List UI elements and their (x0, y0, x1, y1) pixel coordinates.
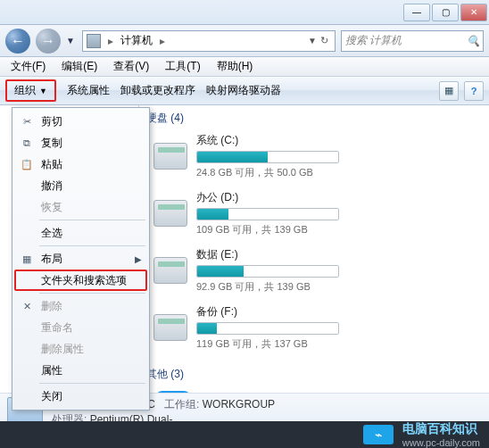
drive-item-e[interactable]: 数据 (E:) 92.9 GB 可用，共 139 GB (153, 247, 484, 294)
breadcrumb-sep-icon-2[interactable]: ▸ (156, 35, 169, 47)
system-properties-button[interactable]: 系统属性 (67, 83, 110, 98)
menu-paste[interactable]: 📋粘贴 (14, 153, 147, 175)
menu-label: 恢复 (41, 200, 62, 215)
menu-folder-options[interactable]: 文件夹和搜索选项 (14, 270, 147, 291)
menu-label: 删除属性 (41, 342, 84, 357)
menu-redo: 恢复 (14, 196, 147, 218)
drive-info: 办公 (D:) 109 GB 可用，共 139 GB (196, 190, 484, 236)
group-header-hdd[interactable]: 硬盘 (4) (145, 105, 484, 129)
menu-layout[interactable]: ▦布局▶ (14, 248, 147, 270)
menu-separator (39, 220, 145, 220)
group-header-other[interactable]: 其他 (3) (145, 361, 484, 386)
watermark-logo-icon: ⌁ (363, 425, 394, 444)
menu-view[interactable]: 查看(V) (106, 57, 156, 76)
forward-button[interactable]: → (36, 29, 61, 54)
watermark-title: 电脑百科知识 (402, 421, 480, 437)
close-menu-icon (20, 389, 34, 403)
menu-close[interactable]: 关闭 (14, 386, 147, 407)
map-drive-button[interactable]: 映射网络驱动器 (206, 83, 281, 98)
breadcrumb-sep-icon: ▸ (104, 35, 117, 47)
minimize-button[interactable]: — (403, 4, 430, 21)
search-placeholder: 搜索 计算机 (345, 33, 402, 48)
back-button[interactable]: ← (5, 29, 30, 54)
command-bar: 组织 ▼ 系统属性 卸载或更改程序 映射网络驱动器 ▦ ? (0, 77, 489, 105)
rename-icon (20, 320, 34, 335)
menu-cut[interactable]: ✂剪切 (14, 111, 147, 132)
menu-copy[interactable]: ⧉复制 (14, 132, 147, 153)
organize-button[interactable]: 组织 ▼ (5, 79, 56, 102)
usage-bar (196, 151, 339, 163)
menu-label: 文件夹和搜索选项 (41, 273, 127, 288)
menu-separator (39, 383, 145, 384)
menu-select-all[interactable]: 全选 (14, 222, 147, 244)
search-input[interactable]: 搜索 计算机 🔍 (341, 30, 484, 52)
drive-item-c[interactable]: 系统 (C:) 24.8 GB 可用，共 50.0 GB (153, 133, 484, 179)
menu-label: 属性 (41, 363, 62, 378)
menu-bar: 文件(F) 编辑(E) 查看(V) 工具(T) 帮助(H) (0, 57, 489, 77)
addressbar-dropdown-icon[interactable]: ▼ (308, 36, 317, 46)
menu-label: 重命名 (41, 320, 73, 336)
chevron-down-icon: ▼ (39, 87, 47, 95)
menu-remove-props: 删除属性 (14, 338, 147, 360)
menu-label: 删除 (41, 299, 62, 314)
menu-undo[interactable]: 撤消 (14, 175, 147, 196)
menu-label: 关闭 (41, 389, 62, 404)
menu-help[interactable]: 帮助(H) (210, 57, 261, 76)
help-button[interactable]: ? (464, 81, 484, 101)
breadcrumb-location[interactable]: 计算机 (120, 33, 153, 48)
address-bar[interactable]: ▸ 计算机 ▸ ▼ ↻ (82, 30, 336, 52)
menu-label: 撤消 (41, 178, 62, 194)
menu-label: 粘贴 (41, 157, 62, 172)
menu-file[interactable]: 文件(F) (4, 57, 53, 76)
drive-name: 数据 (E:) (196, 247, 484, 265)
close-button[interactable]: ✕ (460, 4, 487, 21)
maximize-button[interactable]: ▢ (432, 4, 459, 21)
menu-label: 复制 (41, 136, 62, 151)
usage-bar (196, 265, 339, 278)
usage-bar (196, 322, 339, 335)
drive-name: 办公 (D:) (196, 190, 484, 208)
computer-icon (87, 34, 101, 48)
drive-item-f[interactable]: 备份 (F:) 119 GB 可用，共 137 GB (153, 304, 484, 351)
menu-properties[interactable]: 属性 (14, 360, 147, 381)
menu-rename: 重命名 (14, 317, 147, 338)
minimize-icon: — (412, 7, 421, 17)
menu-tools[interactable]: 工具(T) (158, 57, 207, 76)
folder-options-icon (20, 273, 34, 287)
uninstall-button[interactable]: 卸载或更改程序 (120, 83, 195, 98)
menu-edit[interactable]: 编辑(E) (54, 57, 104, 76)
properties-icon (20, 363, 34, 377)
menu-label: 剪切 (41, 114, 62, 129)
drive-item-d[interactable]: 办公 (D:) 109 GB 可用，共 139 GB (153, 190, 484, 236)
layout-icon: ▦ (20, 252, 34, 266)
undo-icon (20, 178, 34, 193)
copy-icon: ⧉ (20, 136, 34, 150)
drive-usage-text: 109 GB 可用，共 139 GB (196, 223, 484, 236)
search-icon[interactable]: 🔍 (467, 35, 479, 47)
menu-label: 布局 (41, 252, 62, 267)
window-titlebar: — ▢ ✕ (0, 0, 489, 25)
toolbar-right: ▦ ? (439, 81, 484, 101)
drive-name: 系统 (C:) (196, 133, 484, 151)
organize-label: 组织 (14, 83, 36, 98)
drive-icon (153, 200, 187, 227)
maximize-icon: ▢ (442, 7, 450, 17)
refresh-icon[interactable]: ↻ (320, 35, 331, 46)
drive-icon (153, 143, 187, 170)
redo-icon (20, 200, 34, 214)
watermark-text: 电脑百科知识 www.pc-daily.com (402, 421, 480, 448)
nav-history-dropdown[interactable]: ▼ (66, 36, 77, 46)
drive-icon (153, 314, 187, 341)
delete-icon: ✕ (20, 299, 34, 313)
drive-info: 备份 (F:) 119 GB 可用，共 137 GB (196, 304, 484, 351)
view-icon: ▦ (444, 85, 453, 96)
navigation-bar: ← → ▼ ▸ 计算机 ▸ ▼ ↻ 搜索 计算机 🔍 (0, 25, 489, 57)
drive-info: 系统 (C:) 24.8 GB 可用，共 50.0 GB (196, 133, 484, 179)
usage-fill (197, 209, 228, 220)
submenu-arrow-icon: ▶ (135, 254, 142, 264)
view-mode-button[interactable]: ▦ (439, 81, 459, 101)
watermark-url: www.pc-daily.com (402, 437, 480, 448)
close-icon: ✕ (470, 7, 477, 17)
usage-bar (196, 208, 339, 220)
usage-fill (197, 152, 268, 162)
